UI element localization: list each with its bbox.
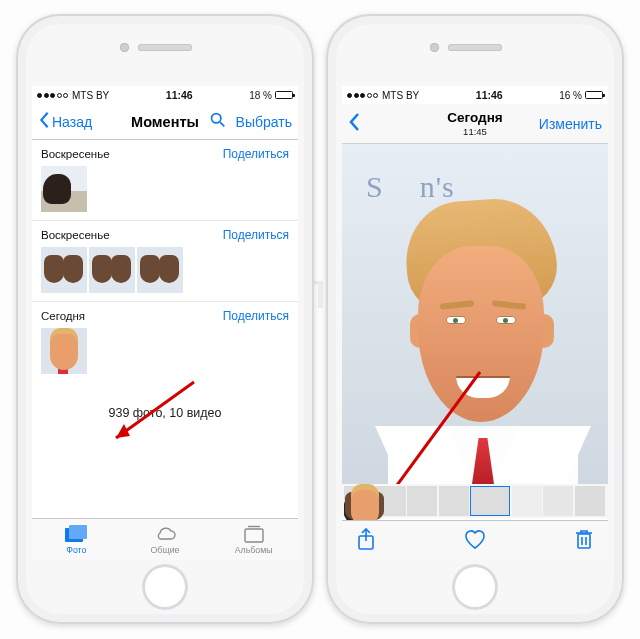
- strip-thumbnail-selected[interactable]: [470, 486, 510, 516]
- select-button[interactable]: Выбрать: [236, 114, 292, 130]
- strip-thumbnail[interactable]: [439, 486, 469, 516]
- strip-thumbnail[interactable]: [575, 486, 605, 516]
- photo-thumbnail[interactable]: [41, 166, 87, 212]
- battery-percent: 18 %: [249, 90, 272, 101]
- search-icon: [209, 111, 226, 128]
- moments-section: Воскресенье Поделиться: [32, 221, 298, 302]
- status-bar: MTS BY 11:46 18 %: [32, 86, 298, 104]
- signal-icon: [347, 93, 378, 98]
- moments-section: Воскресенье Поделиться: [32, 140, 298, 221]
- thumbnail-strip[interactable]: [342, 484, 608, 518]
- status-time: 11:46: [476, 89, 503, 101]
- strip-thumbnail[interactable]: [543, 486, 573, 516]
- chevron-left-icon: [38, 111, 50, 129]
- back-button[interactable]: [38, 111, 50, 133]
- photo-thumbnail[interactable]: [41, 247, 87, 293]
- svg-line-1: [220, 122, 224, 126]
- albums-icon: [244, 524, 264, 544]
- nav-bar: Назад Моменты Выбрать: [32, 104, 298, 140]
- photo-thumbnail[interactable]: [41, 328, 87, 374]
- carrier-label: MTS BY: [72, 90, 109, 101]
- speaker-grill: [448, 44, 502, 51]
- heart-icon: [462, 527, 488, 551]
- phone-right: MTS BY 11:46 16 % Сегодня 11:45 Из: [326, 14, 624, 624]
- phone-left: MTS BY 11:46 18 % Назад Моменты: [16, 14, 314, 624]
- tab-albums[interactable]: Альбомы: [209, 519, 298, 560]
- svg-rect-5: [69, 525, 87, 539]
- battery-indicator: 18 %: [249, 90, 293, 101]
- tab-photos[interactable]: Фото: [32, 519, 121, 560]
- signal-icon: [37, 93, 68, 98]
- status-bar: MTS BY 11:46 16 %: [342, 86, 608, 104]
- tab-label: Альбомы: [235, 545, 273, 555]
- svg-marker-3: [116, 424, 130, 438]
- tab-label: Общие: [151, 545, 180, 555]
- home-button[interactable]: [142, 564, 188, 610]
- photos-icon: [64, 524, 88, 544]
- share-button[interactable]: Поделиться: [223, 228, 289, 242]
- tab-bar: Фото Общие Альбомы: [32, 518, 298, 560]
- photo-thumbnail[interactable]: [89, 247, 135, 293]
- svg-rect-12: [578, 534, 590, 548]
- photo-thumbnail[interactable]: [137, 247, 183, 293]
- cloud-icon: [152, 524, 178, 544]
- moments-section: Сегодня Поделиться: [32, 302, 298, 382]
- tab-shared[interactable]: Общие: [121, 519, 210, 560]
- edit-button[interactable]: Изменить: [539, 116, 602, 132]
- battery-percent: 16 %: [559, 90, 582, 101]
- share-button[interactable]: Поделиться: [223, 309, 289, 323]
- trash-icon: [574, 527, 594, 551]
- battery-icon: [275, 91, 293, 99]
- portrait-illustration: [360, 184, 590, 484]
- screen-right: MTS BY 11:46 16 % Сегодня 11:45 Из: [342, 86, 608, 560]
- home-button[interactable]: [452, 564, 498, 610]
- library-summary: 939 фото, 10 видео: [32, 382, 298, 420]
- section-label: Сегодня: [41, 310, 85, 322]
- share-button[interactable]: Поделиться: [223, 147, 289, 161]
- tab-label: Фото: [66, 545, 86, 555]
- toolbar: [342, 520, 608, 560]
- battery-indicator: 16 %: [559, 90, 603, 101]
- speaker-grill: [138, 44, 192, 51]
- delete-button[interactable]: [574, 527, 594, 555]
- share-icon: [356, 527, 376, 551]
- photo-viewer[interactable]: S n's: [342, 144, 608, 484]
- section-label: Воскресенье: [41, 229, 110, 241]
- front-camera: [120, 43, 129, 52]
- back-button[interactable]: [348, 112, 360, 136]
- search-button[interactable]: [209, 111, 226, 132]
- back-label[interactable]: Назад: [52, 114, 92, 130]
- share-button[interactable]: [356, 527, 376, 555]
- strip-thumbnail[interactable]: [512, 486, 542, 516]
- status-time: 11:46: [166, 89, 193, 101]
- carrier-label: MTS BY: [382, 90, 419, 101]
- svg-rect-6: [245, 529, 263, 542]
- strip-thumbnail[interactable]: [407, 486, 437, 516]
- chevron-left-icon: [348, 112, 360, 132]
- screen-left: MTS BY 11:46 18 % Назад Моменты: [32, 86, 298, 560]
- front-camera: [430, 43, 439, 52]
- nav-bar: Сегодня 11:45 Изменить: [342, 104, 608, 144]
- battery-icon: [585, 91, 603, 99]
- favorite-button[interactable]: [462, 527, 488, 555]
- svg-point-0: [211, 114, 220, 123]
- section-label: Воскресенье: [41, 148, 110, 160]
